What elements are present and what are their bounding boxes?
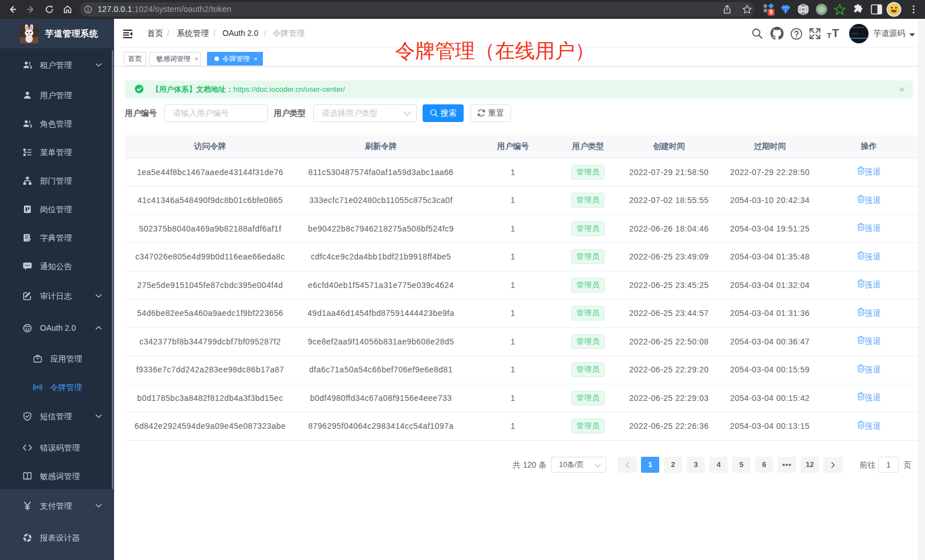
- svg-text:9: 9: [769, 9, 773, 15]
